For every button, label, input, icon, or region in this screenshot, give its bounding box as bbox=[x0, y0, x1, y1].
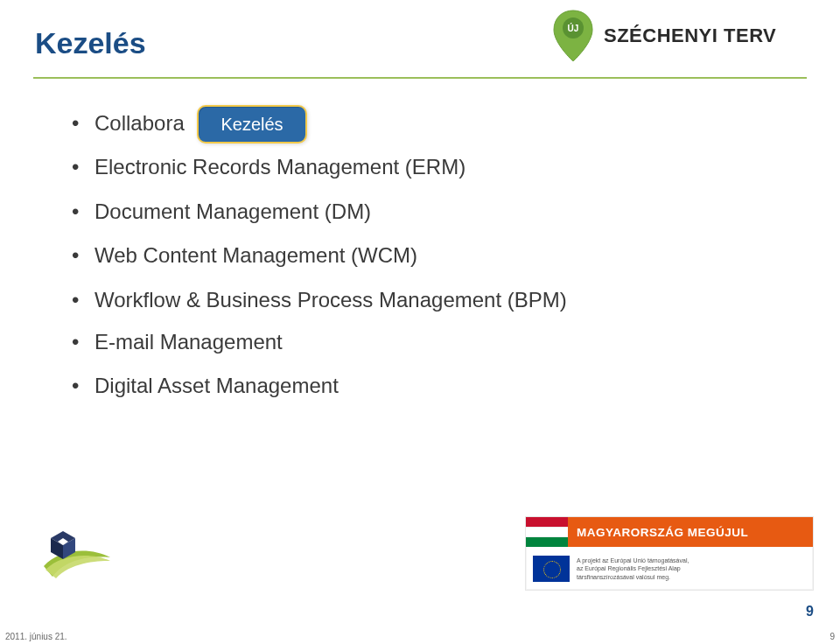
eu-text-line: társfinanszírozásával valósul meg. bbox=[577, 573, 689, 581]
company-logo bbox=[42, 529, 121, 582]
notes-date: 2011. június 21. bbox=[5, 632, 67, 644]
list-item: Workflow & Business Process Management (… bbox=[70, 286, 700, 314]
list-item: Web Content Management (WCM) bbox=[70, 242, 700, 270]
cube-icon bbox=[47, 529, 79, 561]
divider bbox=[33, 77, 807, 79]
slide: Kezelés ÚJ SZÉCHENYI TERV Kezelés Collab… bbox=[0, 0, 840, 630]
szechenyi-logo: ÚJ SZÉCHENYI TERV bbox=[551, 5, 814, 66]
list-item: Collabora bbox=[70, 109, 700, 137]
bullet-list: Collabora Electronic Records Management … bbox=[70, 109, 700, 401]
eu-text-line: A projekt az Európai Unió támogatásával, bbox=[577, 556, 689, 564]
content-area: Collabora Electronic Records Management … bbox=[70, 109, 700, 416]
presenter-notes-bar: 2011. június 21. 9 bbox=[0, 630, 840, 644]
footer-bottom: A projekt az Európai Unió támogatásával,… bbox=[526, 547, 813, 591]
list-item: Document Management (DM) bbox=[70, 198, 700, 226]
hungary-flag-icon bbox=[526, 517, 568, 547]
footer-top: MAGYARORSZÁG MEGÚJUL bbox=[526, 517, 813, 547]
eu-footer-block: MAGYARORSZÁG MEGÚJUL A projekt az Európa… bbox=[525, 516, 814, 591]
page-title: Kezelés bbox=[35, 26, 146, 60]
list-item: Electronic Records Management (ERM) bbox=[70, 153, 700, 181]
eu-flag-icon bbox=[533, 556, 570, 582]
notes-page: 9 bbox=[830, 632, 835, 644]
list-item: Digital Asset Management bbox=[70, 372, 700, 400]
megujul-headline: MAGYARORSZÁG MEGÚJUL bbox=[568, 517, 813, 547]
page-number: 9 bbox=[806, 604, 814, 620]
uj-badge-text: ÚJ bbox=[568, 23, 579, 33]
map-pin-icon: ÚJ bbox=[551, 9, 595, 63]
callout-badge: Kezelés bbox=[197, 105, 307, 144]
eu-funding-text: A projekt az Európai Unió támogatásával,… bbox=[577, 556, 689, 581]
szechenyi-text: SZÉCHENYI TERV bbox=[604, 24, 776, 47]
eu-text-line: az Európai Regionális Fejlesztési Alap bbox=[577, 564, 689, 572]
callout-label: Kezelés bbox=[220, 115, 283, 135]
list-item: E-mail Management bbox=[70, 328, 700, 356]
